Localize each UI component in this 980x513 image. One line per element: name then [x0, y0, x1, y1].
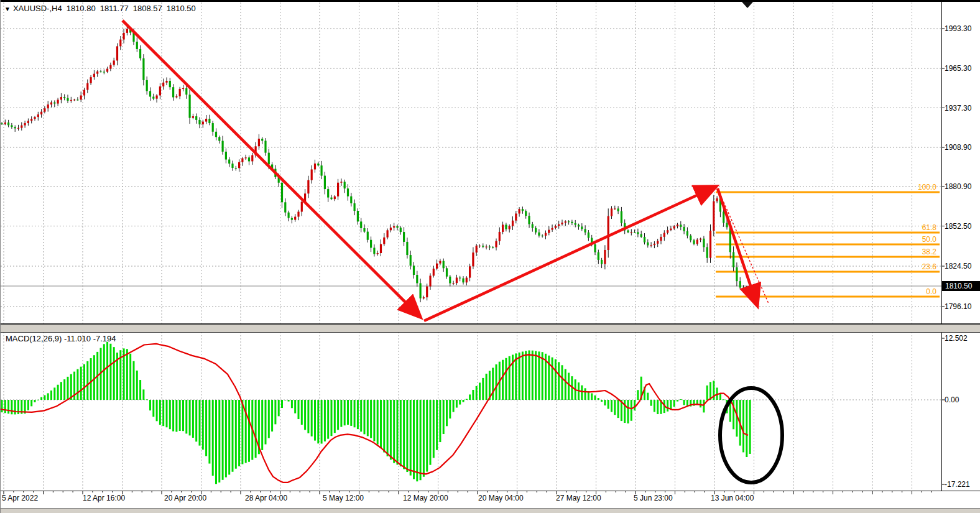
window-bottom-border	[1, 508, 980, 513]
gridlines	[1, 2, 941, 491]
time-axis-label: 12 Apr 16:00	[83, 494, 125, 502]
fib-level-label: 100.0	[862, 183, 936, 192]
time-axis-label: 12 May 20:00	[403, 494, 448, 502]
price-axis-label: 1937.30	[945, 104, 971, 113]
ohlc-low: 1808.57	[133, 4, 162, 13]
price-axis-label: 1824.50	[945, 262, 971, 270]
fib-level-label: 0.0	[862, 287, 936, 296]
macd-indicator-label: MACD(12,26,9) -11.010 -7.194	[6, 334, 116, 343]
macd-axis-label: 12.502	[945, 334, 968, 343]
current-price-tag: 1810.50	[942, 281, 980, 291]
chart-canvas[interactable]	[1, 0, 980, 513]
candle-wicks	[2, 27, 750, 302]
trend-arrows[interactable]	[122, 21, 757, 321]
highlight-ellipse[interactable]	[720, 388, 782, 483]
price-axis-label: 1965.30	[945, 64, 971, 73]
time-axis-label: 20 Apr 20:00	[164, 494, 206, 502]
pane-splitter[interactable]	[1, 324, 980, 333]
time-axis-label: 5 May 12:00	[323, 494, 364, 502]
candlesticks	[1, 29, 751, 298]
price-axis-label: 1908.90	[945, 143, 971, 152]
time-axis-label: 20 May 04:00	[478, 494, 524, 502]
fib-level-label: 61.8	[862, 223, 936, 232]
time-axis-label: 27 May 12:00	[556, 494, 601, 502]
time-axis-label: 13 Jun 04:00	[711, 494, 754, 502]
macd-axis-label: 0.00	[945, 395, 959, 404]
ohlc-close: 1810.50	[167, 4, 196, 13]
price-axis-label: 1993.30	[945, 24, 971, 33]
ohlc-open: 1810.80	[67, 4, 96, 13]
price-axis-label: 1796.10	[945, 302, 971, 311]
chart-window: ▼XAUUSD-,H41810.801811.771808.571810.50 …	[0, 0, 980, 513]
price-axis-label: 1852.50	[945, 222, 971, 231]
time-axis-label: 28 Apr 04:00	[245, 494, 287, 502]
time-axis-label: 5 Apr 2022	[2, 494, 38, 502]
price-axis-label: 1880.90	[945, 182, 971, 191]
ohlc-high: 1811.77	[100, 4, 129, 13]
symbol-period-label: XAUUSD-,H4	[13, 4, 62, 13]
fib-level-label: 38.2	[862, 247, 936, 256]
macd-axis-label: -17.221	[945, 480, 970, 489]
symbol-dropdown-icon[interactable]: ▼	[4, 6, 11, 12]
chart-title: ▼XAUUSD-,H41810.801811.771808.571810.50	[4, 4, 200, 13]
time-axis-label: 5 Jun 23:00	[634, 494, 673, 502]
fib-level-label: 23.6	[862, 262, 936, 271]
fib-level-label: 50.0	[862, 235, 936, 244]
